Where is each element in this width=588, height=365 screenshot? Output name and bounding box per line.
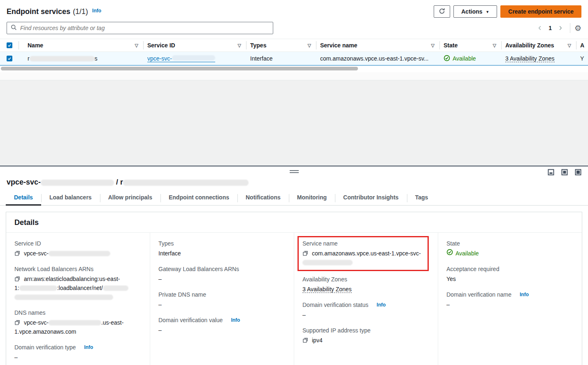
- details-card-heading: Details: [6, 212, 582, 233]
- cell-types: Interface: [246, 52, 316, 66]
- cell-availability-zones: 3 Availability Zones: [501, 52, 576, 66]
- field-domain-verification-status: Domain verification statusInfo –: [302, 301, 430, 319]
- field-state: State Available: [446, 239, 574, 258]
- field-nlb-arns: Network Load Balancers ARNs arn:aws:elas…: [14, 265, 142, 302]
- field-domain-verification-value: Domain verification valueInfo –: [158, 316, 286, 335]
- cell-service-name: com.amazonaws.vpce.us-east-1.vpce-sv...: [316, 52, 439, 66]
- tab-notifications[interactable]: Notifications: [237, 191, 289, 205]
- refresh-icon: [439, 8, 445, 16]
- chevron-down-icon: ▼: [486, 10, 489, 14]
- availability-zones-popover-link[interactable]: 3 Availability Zones: [302, 286, 352, 293]
- page-title: Endpoint services: [7, 7, 70, 16]
- panel-size-small-button[interactable]: [548, 169, 554, 175]
- preferences-gear-button[interactable]: ⚙: [574, 24, 581, 32]
- next-page-button[interactable]: [555, 23, 566, 33]
- redacted-text: [30, 56, 95, 61]
- cell-acceptance-partial: Y: [576, 52, 588, 66]
- field-supported-ip: Supported IP address type ipv4: [302, 326, 430, 345]
- row-checkbox[interactable]: [7, 56, 12, 61]
- scrollbar-thumb[interactable]: [1, 67, 358, 70]
- details-column-2: Types Interface Gateway Load Balancers A…: [150, 233, 294, 365]
- column-header-service-name: Service name: [320, 42, 357, 49]
- availability-zones-popover-link[interactable]: 3 Availability Zones: [505, 55, 555, 62]
- create-endpoint-service-button[interactable]: Create endpoint service: [500, 5, 581, 18]
- resource-count: (1/1): [73, 7, 88, 16]
- filter-icon[interactable]: ▽: [135, 43, 139, 48]
- redacted-text: [41, 180, 114, 186]
- tab-details[interactable]: Details: [6, 191, 41, 205]
- redacted-text: [49, 320, 101, 325]
- info-link[interactable]: Info: [92, 8, 101, 14]
- copy-icon[interactable]: [302, 338, 308, 344]
- cell-name: rs: [19, 52, 143, 66]
- field-availability-zones: Availability Zones 3 Availability Zones: [302, 275, 430, 294]
- horizontal-scrollbar[interactable]: [0, 66, 588, 71]
- prev-page-button[interactable]: [535, 23, 545, 33]
- copy-icon[interactable]: [14, 320, 20, 327]
- details-column-4: State Available Acceptance required Yes …: [438, 233, 582, 365]
- redacted-text: [19, 285, 57, 291]
- tab-allow-principals[interactable]: Allow principals: [100, 191, 160, 205]
- info-link[interactable]: Info: [520, 290, 529, 299]
- field-dns-names: DNS names vpce-svc-.us-east- 1.vpce.amaz…: [14, 309, 142, 336]
- filter-icon[interactable]: ▽: [431, 43, 435, 48]
- column-header-state: State: [444, 42, 458, 49]
- field-acceptance-required: Acceptance required Yes: [446, 265, 574, 283]
- redacted-text: [49, 251, 110, 256]
- content-background: [0, 80, 588, 166]
- redacted-text: [302, 260, 353, 265]
- service-id-link[interactable]: vpce-svc-: [147, 55, 215, 62]
- details-column-3: Service name com.amazonaws.vpce.us-east-…: [294, 233, 438, 365]
- field-domain-verification-name: Domain verification nameInfo –: [446, 290, 574, 309]
- refresh-button[interactable]: [434, 5, 450, 18]
- column-header-types: Types: [250, 42, 266, 49]
- filter-icon[interactable]: ▽: [238, 43, 242, 48]
- field-private-dns-name: Private DNS name –: [158, 290, 286, 309]
- status-available-icon: [444, 55, 450, 63]
- filter-icon[interactable]: ▽: [308, 43, 312, 48]
- redacted-text: [14, 295, 113, 300]
- field-domain-verification-type: Domain verification typeInfo –: [14, 343, 142, 362]
- filter-icon[interactable]: ▽: [568, 43, 572, 48]
- panel-size-large-button[interactable]: [575, 169, 581, 175]
- tab-contributor-insights[interactable]: Contributor Insights: [335, 191, 407, 205]
- divider: [570, 23, 570, 33]
- info-link[interactable]: Info: [377, 301, 386, 309]
- table-row[interactable]: rs vpce-svc- Interface com.amazonaws.vpc…: [0, 52, 588, 66]
- column-header-name: Name: [28, 42, 43, 49]
- split-panel-title: vpce-svc- / r: [0, 177, 588, 191]
- column-header-service-id: Service ID: [147, 42, 175, 49]
- page-header: Endpoint services (1/1) Info Actions ▼ C…: [0, 0, 588, 21]
- copy-icon[interactable]: [302, 251, 308, 257]
- search-box[interactable]: [7, 22, 273, 34]
- split-panel-drag-handle[interactable]: [290, 170, 299, 173]
- redacted-text: [172, 55, 215, 61]
- pagination: 1 ⚙: [535, 23, 581, 33]
- actions-button[interactable]: Actions ▼: [453, 5, 497, 18]
- tab-tags[interactable]: Tags: [407, 191, 437, 205]
- column-header-availability-zones: Availability Zones: [505, 42, 554, 49]
- tab-monitoring[interactable]: Monitoring: [289, 191, 335, 205]
- tab-load-balancers[interactable]: Load balancers: [41, 191, 100, 205]
- cell-service-id: vpce-svc-: [143, 52, 246, 66]
- cell-state: Available: [439, 52, 501, 66]
- tab-endpoint-connections[interactable]: Endpoint connections: [160, 191, 237, 205]
- search-input[interactable]: [20, 25, 269, 31]
- select-all-checkbox[interactable]: [7, 42, 12, 48]
- annotation-highlight-box: Service name com.amazonaws.vpce.us-east-…: [297, 236, 429, 271]
- field-service-id: Service ID vpce-svc-: [14, 239, 142, 258]
- info-link[interactable]: Info: [231, 316, 240, 324]
- field-glb-arns: Gateway Load Balancers ARNs –: [158, 265, 286, 283]
- field-service-name: Service name com.amazonaws.vpce.us-east-…: [302, 239, 424, 267]
- table-header-row: Name▽ Service ID▽ Types▽ Service name▽ S…: [0, 39, 588, 52]
- search-icon: [11, 24, 17, 32]
- info-link[interactable]: Info: [84, 343, 93, 351]
- copy-icon[interactable]: [14, 251, 20, 257]
- redacted-text: [123, 180, 249, 186]
- table-footer-strip: [0, 72, 588, 80]
- status-available-icon: [446, 249, 453, 258]
- split-panel: vpce-svc- / r Details Load balancers All…: [0, 166, 588, 365]
- filter-icon[interactable]: ▽: [493, 43, 497, 48]
- copy-icon[interactable]: [14, 276, 20, 283]
- panel-size-medium-button[interactable]: [561, 169, 568, 175]
